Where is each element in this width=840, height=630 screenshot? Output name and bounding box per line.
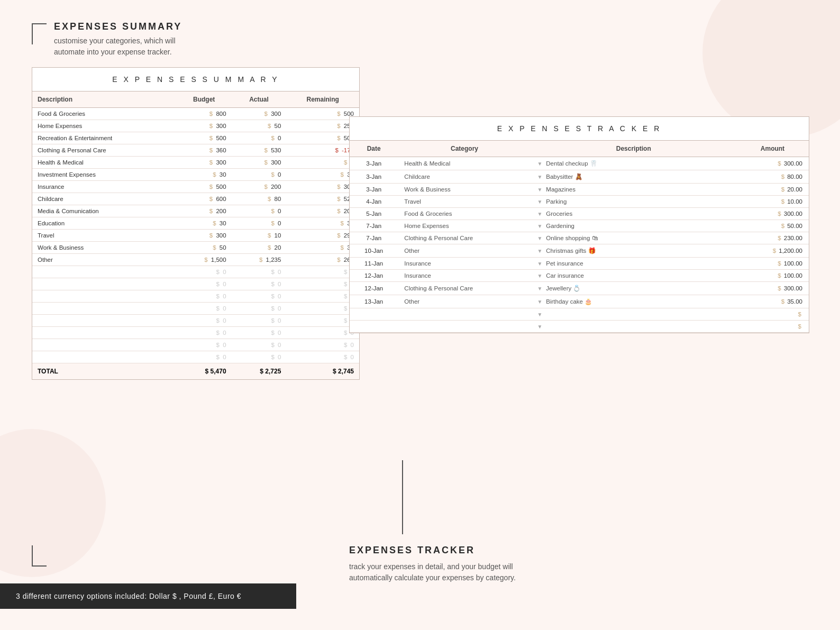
summary-table-row: $ 0$ 0$ 0	[32, 266, 359, 278]
summary-cell-actual: $ 0	[232, 132, 287, 144]
tracker-cell-date: 12-Jan	[350, 282, 398, 295]
summary-cell-budget: $ 1,500	[177, 254, 232, 266]
col-description: Description	[32, 92, 177, 108]
tracker-cell-amount: $	[736, 308, 809, 321]
summary-cell-desc: Investment Expenses	[32, 169, 177, 181]
summary-cell-desc: Travel	[32, 230, 177, 242]
tracker-cell-amount: $ 230.00	[736, 232, 809, 244]
summary-cell-remaining: $ 250	[286, 120, 359, 132]
tracker-table-title: E X P E N S E S T R A C K E R	[350, 117, 809, 141]
tracker-table-row: 12-JanClothing & Personal Care▼ Jeweller…	[350, 282, 809, 295]
tracker-cell-date: 3-Jan	[350, 170, 398, 184]
tracker-cell-desc: ▼	[531, 308, 736, 321]
summary-cell-desc: Media & Comunication	[32, 205, 177, 217]
summary-cell-remaining: $ 0	[286, 327, 359, 339]
summary-cell-remaining: $ 30	[286, 242, 359, 254]
tracker-bottom-title: EXPENSES TRACKER	[349, 545, 516, 556]
summary-cell-desc: Insurance	[32, 181, 177, 193]
summary-cell-remaining: $ 290	[286, 230, 359, 242]
corner-bracket-bottom-icon	[32, 545, 47, 567]
tracker-col-description: Description	[531, 141, 736, 157]
summary-cell-remaining: $ 300	[286, 181, 359, 193]
tracker-cell-date: 5-Jan	[350, 208, 398, 220]
tracker-cell-category: Health & Medical	[398, 157, 531, 170]
summary-cell-desc	[32, 303, 177, 315]
tracker-cell-amount: $ 100.00	[736, 270, 809, 282]
tracker-cell-amount: $ 50.00	[736, 220, 809, 232]
summary-table-container: E X P E N S E S S U M M A R Y Descriptio…	[32, 67, 360, 380]
summary-cell-budget: $ 300	[177, 230, 232, 242]
tracker-cell-date: 7-Jan	[350, 220, 398, 232]
tracker-cell-category: Clothing & Personal Care	[398, 232, 531, 244]
summary-cell-budget: $ 500	[177, 132, 232, 144]
summary-table-row: Education$ 30$ 0$ 30	[32, 217, 359, 230]
summary-cell-desc: Home Expenses	[32, 120, 177, 132]
summary-cell-actual: $ 0	[232, 327, 287, 339]
summary-cell-desc	[32, 315, 177, 327]
summary-cell-desc	[32, 351, 177, 363]
summary-cell-actual: $ 300	[232, 108, 287, 120]
tracker-cell-desc: ▼	[531, 321, 736, 333]
summary-cell-budget: $ 30	[177, 169, 232, 181]
summary-cell-budget: $ 0	[177, 327, 232, 339]
summary-cell-remaining: $ 520	[286, 193, 359, 205]
summary-total-row: TOTAL $ 5,470 $ 2,725 $ 2,745	[32, 363, 359, 380]
summary-cell-desc: Clothing & Personal Care	[32, 144, 177, 157]
summary-cell-budget: $ 0	[177, 339, 232, 351]
summary-cell-remaining: $ 0	[286, 157, 359, 169]
tracker-table-row: ▼$	[350, 308, 809, 321]
summary-table-row: Home Expenses$ 300$ 50$ 250	[32, 120, 359, 132]
tracker-cell-desc: ▼ Babysitter 🧸	[531, 170, 736, 184]
summary-cell-budget: $ 30	[177, 217, 232, 230]
summary-cell-budget: $ 0	[177, 290, 232, 303]
summary-cell-desc	[32, 327, 177, 339]
tracker-table-row: 10-JanOther▼ Christmas gifts 🎁$ 1,200.00	[350, 244, 809, 258]
tracker-table-row: 3-JanHealth & Medical▼ Dental checkup 🦷$…	[350, 157, 809, 170]
tracker-cell-date: 10-Jan	[350, 244, 398, 258]
col-budget: Budget	[177, 92, 232, 108]
vertical-line-decoration	[402, 460, 403, 534]
tracker-cell-category	[398, 321, 531, 333]
summary-table-row: Work & Business$ 50$ 20$ 30	[32, 242, 359, 254]
tracker-cell-desc: ▼ Dental checkup 🦷	[531, 157, 736, 170]
tracker-table-row: 7-JanClothing & Personal Care▼ Online sh…	[350, 232, 809, 244]
summary-table-row: $ 0$ 0$ 0	[32, 303, 359, 315]
tracker-cell-date: 3-Jan	[350, 157, 398, 170]
summary-table-row: Investment Expenses$ 30$ 0$ 30	[32, 169, 359, 181]
tracker-cell-desc: ▼ Online shopping 🛍	[531, 232, 736, 244]
tracker-table-row: 4-JanTravel▼ Parking$ 10.00	[350, 196, 809, 208]
tracker-cell-category: Travel	[398, 196, 531, 208]
tracker-table: Date Category Description Amount 3-JanHe…	[350, 141, 809, 333]
summary-cell-remaining: $ 265	[286, 254, 359, 266]
total-remaining: $ 2,745	[286, 363, 359, 380]
tracker-cell-desc: ▼ Pet insurance	[531, 258, 736, 270]
summary-cell-actual: $ 0	[232, 303, 287, 315]
summary-cell-actual: $ 0	[232, 315, 287, 327]
corner-bracket-icon	[32, 23, 47, 44]
tracker-cell-amount: $ 300.00	[736, 282, 809, 295]
summary-table-row: $ 0$ 0$ 0	[32, 351, 359, 363]
tracker-bottom-desc: track your expenses in detail, and your …	[349, 561, 516, 583]
summary-table-row: Health & Medical$ 300$ 300$ 0	[32, 157, 359, 169]
summary-table-row: $ 0$ 0$ 0	[32, 327, 359, 339]
summary-table-row: $ 0$ 0$ 0	[32, 278, 359, 290]
summary-cell-actual: $ 300	[232, 157, 287, 169]
summary-cell-remaining: $ 0	[286, 303, 359, 315]
summary-table: Description Budget Actual Remaining Food…	[32, 92, 359, 379]
summary-cell-budget: $ 0	[177, 278, 232, 290]
summary-cell-remaining: $ 200	[286, 205, 359, 217]
tracker-cell-amount: $ 100.00	[736, 258, 809, 270]
summary-table-row: Insurance$ 500$ 200$ 300	[32, 181, 359, 193]
summary-cell-budget: $ 0	[177, 266, 232, 278]
tracker-table-row: 11-JanInsurance▼ Pet insurance$ 100.00	[350, 258, 809, 270]
summary-cell-desc: Other	[32, 254, 177, 266]
summary-section-header: EXPENSES SUMMARY customise your categori…	[32, 21, 360, 58]
tracker-cell-desc: ▼ Birthday cake 🎂	[531, 295, 736, 308]
summary-cell-budget: $ 300	[177, 120, 232, 132]
summary-heading: EXPENSES SUMMARY	[54, 21, 182, 32]
summary-cell-actual: $ 50	[232, 120, 287, 132]
total-budget: $ 5,470	[177, 363, 232, 380]
summary-cell-budget: $ 500	[177, 181, 232, 193]
tracker-cell-category: Work & Business	[398, 184, 531, 196]
summary-cell-desc: Food & Groceries	[32, 108, 177, 120]
